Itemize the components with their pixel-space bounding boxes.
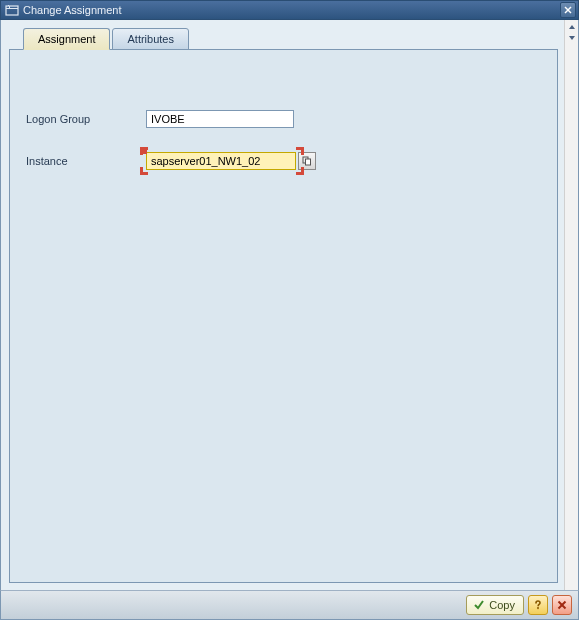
row-logon-group: Logon Group	[26, 110, 541, 128]
tab-attributes-label: Attributes	[127, 33, 173, 45]
close-button[interactable]	[560, 2, 576, 18]
tab-assignment-label: Assignment	[38, 33, 95, 45]
cancel-button[interactable]	[552, 595, 572, 615]
main-panel: Assignment Attributes Logon Group Instan…	[1, 20, 564, 590]
footer-toolbar: Copy	[0, 590, 579, 620]
titlebar-left: Change Assignment	[5, 3, 121, 17]
close-icon	[556, 599, 568, 611]
svg-rect-0	[6, 6, 18, 15]
copy-button[interactable]: Copy	[466, 595, 524, 615]
value-help-button[interactable]	[298, 152, 316, 170]
scroll-up-button[interactable]	[567, 22, 577, 32]
scroll-down-button[interactable]	[567, 33, 577, 43]
check-icon	[473, 599, 485, 611]
row-instance: Instance	[26, 152, 541, 170]
help-icon	[532, 599, 544, 611]
tab-assignment[interactable]: Assignment	[23, 28, 110, 50]
instance-field-wrap	[146, 152, 316, 170]
window-title: Change Assignment	[23, 4, 121, 16]
instance-label: Instance	[26, 155, 146, 167]
change-assignment-window: Change Assignment Assignment Attributes …	[0, 0, 579, 621]
help-button[interactable]	[528, 595, 548, 615]
vertical-scroll-strip	[564, 20, 578, 590]
logon-group-label: Logon Group	[26, 113, 146, 125]
content-area: Assignment Attributes Logon Group Instan…	[0, 20, 579, 590]
titlebar: Change Assignment	[0, 0, 579, 20]
window-icon	[5, 3, 19, 17]
copy-button-label: Copy	[489, 599, 515, 611]
logon-group-input[interactable]	[146, 110, 294, 128]
tab-attributes[interactable]: Attributes	[112, 28, 188, 50]
tab-content: Logon Group Instance	[9, 49, 558, 583]
instance-input[interactable]	[146, 152, 296, 170]
tab-strip: Assignment Attributes	[23, 28, 558, 50]
svg-rect-5	[306, 159, 311, 165]
